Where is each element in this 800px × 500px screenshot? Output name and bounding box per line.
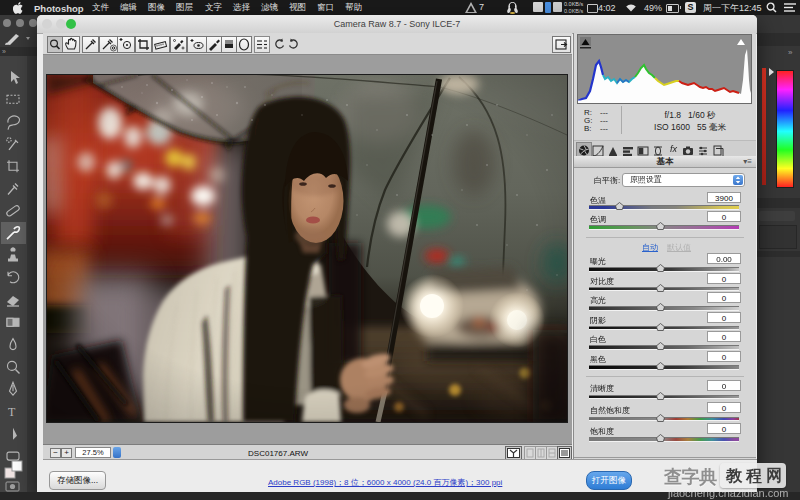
- svg-text:T: T: [8, 405, 16, 419]
